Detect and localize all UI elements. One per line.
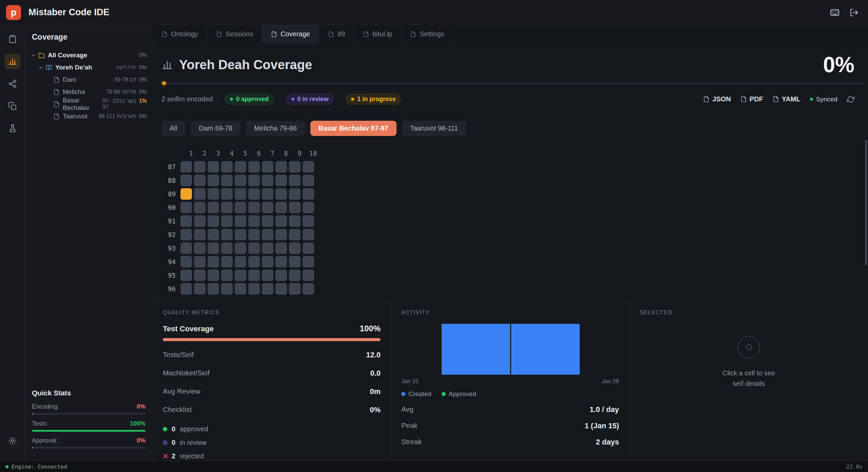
seif-cell-96-6[interactable] — [248, 283, 260, 295]
seif-cell-88-8[interactable] — [275, 175, 287, 186]
rail-flask-button[interactable] — [5, 121, 20, 136]
seif-cell-93-5[interactable] — [235, 242, 246, 254]
filter-chip-dam-69-78[interactable]: Dam 69-78 — [191, 121, 240, 136]
seif-cell-92-2[interactable] — [194, 229, 206, 240]
seif-cell-90-6[interactable] — [248, 202, 260, 213]
seif-cell-91-4[interactable] — [221, 215, 233, 227]
seif-cell-88-3[interactable] — [208, 175, 219, 186]
sidebar-item-melicha[interactable]: Melicha מליחה 79-86 0% — [25, 86, 152, 98]
seif-cell-89-10[interactable] — [303, 188, 314, 200]
seif-cell-87-5[interactable] — [235, 161, 246, 173]
seif-cell-87-10[interactable] — [303, 161, 314, 173]
seif-cell-87-8[interactable] — [275, 161, 287, 173]
seif-cell-96-4[interactable] — [221, 283, 233, 295]
seif-cell-96-1[interactable] — [180, 283, 192, 295]
seif-cell-95-9[interactable] — [289, 270, 301, 281]
seif-cell-91-3[interactable] — [208, 215, 219, 227]
tab-bitul-lp[interactable]: bitul.lp — [354, 25, 401, 43]
seif-cell-93-8[interactable] — [275, 242, 287, 254]
seif-cell-93-7[interactable] — [262, 242, 273, 254]
seif-cell-89-4[interactable] — [221, 188, 233, 200]
seif-cell-96-8[interactable] — [275, 283, 287, 295]
seif-cell-95-4[interactable] — [221, 270, 233, 281]
seif-cell-87-3[interactable] — [208, 161, 219, 173]
settings-rail-button[interactable] — [5, 433, 20, 449]
seif-cell-92-1[interactable] — [180, 229, 192, 240]
seif-cell-95-7[interactable] — [262, 270, 273, 281]
refresh-button[interactable] — [847, 96, 854, 103]
sidebar-item-taaruvot[interactable]: Taaruvot תערובות 98-111 0% — [25, 110, 152, 122]
seif-cell-87-9[interactable] — [289, 161, 301, 173]
seif-cell-91-2[interactable] — [194, 215, 206, 227]
seif-cell-87-6[interactable] — [248, 161, 260, 173]
sidebar-item-all-coverage[interactable]: All Coverage 0% — [25, 49, 152, 61]
seif-cell-92-8[interactable] — [275, 229, 287, 240]
seif-cell-95-3[interactable] — [208, 270, 219, 281]
seif-cell-94-9[interactable] — [289, 256, 301, 268]
seif-cell-93-6[interactable] — [248, 242, 260, 254]
seif-cell-94-2[interactable] — [194, 256, 206, 268]
seif-cell-94-4[interactable] — [221, 256, 233, 268]
seif-cell-87-2[interactable] — [194, 161, 206, 173]
seif-cell-96-7[interactable] — [262, 283, 273, 295]
seif-cell-91-7[interactable] — [262, 215, 273, 227]
seif-cell-92-4[interactable] — [221, 229, 233, 240]
seif-cell-89-7[interactable] — [262, 188, 273, 200]
sidebar-item-dam[interactable]: Dam דם 69-78 0% — [25, 74, 152, 86]
tab-ontology[interactable]: Ontology — [153, 25, 207, 43]
seif-cell-96-9[interactable] — [289, 283, 301, 295]
seif-cell-88-2[interactable] — [194, 175, 206, 186]
seif-cell-90-3[interactable] — [208, 202, 219, 213]
seif-cell-90-9[interactable] — [289, 202, 301, 213]
seif-cell-93-1[interactable] — [180, 242, 192, 254]
seif-cell-91-10[interactable] — [303, 215, 314, 227]
seif-cell-94-7[interactable] — [262, 256, 273, 268]
seif-cell-89-8[interactable] — [275, 188, 287, 200]
rail-clipboard-button[interactable] — [5, 31, 20, 47]
seif-cell-88-10[interactable] — [303, 175, 314, 186]
rail-bar-chart-button[interactable] — [5, 54, 20, 69]
seif-cell-90-7[interactable] — [262, 202, 273, 213]
seif-cell-89-5[interactable] — [235, 188, 246, 200]
seif-cell-92-5[interactable] — [235, 229, 246, 240]
seif-cell-93-3[interactable] — [208, 242, 219, 254]
logout-button[interactable] — [850, 8, 859, 17]
seif-cell-91-1[interactable] — [180, 215, 192, 227]
seif-cell-90-10[interactable] — [303, 202, 314, 213]
seif-cell-88-6[interactable] — [248, 175, 260, 186]
seif-cell-88-1[interactable] — [180, 175, 192, 186]
seif-cell-95-1[interactable] — [180, 270, 192, 281]
seif-cell-93-9[interactable] — [289, 242, 301, 254]
filter-chip-basar-bechalav-87-97[interactable]: Basar Bechalav 87-97 — [310, 121, 397, 136]
seif-cell-95-2[interactable] — [194, 270, 206, 281]
filter-chip-taaruvot-98-111[interactable]: Taaruvot 98-111 — [402, 121, 466, 136]
seif-cell-94-3[interactable] — [208, 256, 219, 268]
seif-cell-90-4[interactable] — [221, 202, 233, 213]
seif-cell-93-4[interactable] — [221, 242, 233, 254]
seif-cell-87-7[interactable] — [262, 161, 273, 173]
seif-cell-96-10[interactable] — [303, 283, 314, 295]
seif-cell-89-1[interactable] — [180, 188, 192, 200]
seif-cell-92-10[interactable] — [303, 229, 314, 240]
seif-cell-95-5[interactable] — [235, 270, 246, 281]
seif-cell-95-8[interactable] — [275, 270, 287, 281]
seif-cell-96-3[interactable] — [208, 283, 219, 295]
seif-cell-93-10[interactable] — [303, 242, 314, 254]
seif-cell-94-6[interactable] — [248, 256, 260, 268]
seif-cell-95-6[interactable] — [248, 270, 260, 281]
sidebar-item-yoreh-de-ah[interactable]: Yoreh De'ah יורה דעה 0% — [25, 61, 152, 74]
tab-coverage[interactable]: Coverage — [262, 25, 319, 43]
seif-cell-88-7[interactable] — [262, 175, 273, 186]
seif-cell-96-5[interactable] — [235, 283, 246, 295]
export-pdf-button[interactable]: PDF — [740, 95, 763, 103]
tab-sessions[interactable]: Sessions — [207, 25, 262, 43]
seif-cell-96-2[interactable] — [194, 283, 206, 295]
seif-cell-91-9[interactable] — [289, 215, 301, 227]
seif-cell-94-8[interactable] — [275, 256, 287, 268]
seif-cell-95-10[interactable] — [303, 270, 314, 281]
filter-chip-melicha-79-86[interactable]: Melicha 79-86 — [246, 121, 305, 136]
export-json-button[interactable]: JSON — [703, 95, 731, 103]
filter-chip-all[interactable]: All — [161, 121, 185, 136]
tab-settings[interactable]: Settings — [401, 25, 453, 43]
rail-copy-button[interactable] — [5, 98, 20, 114]
